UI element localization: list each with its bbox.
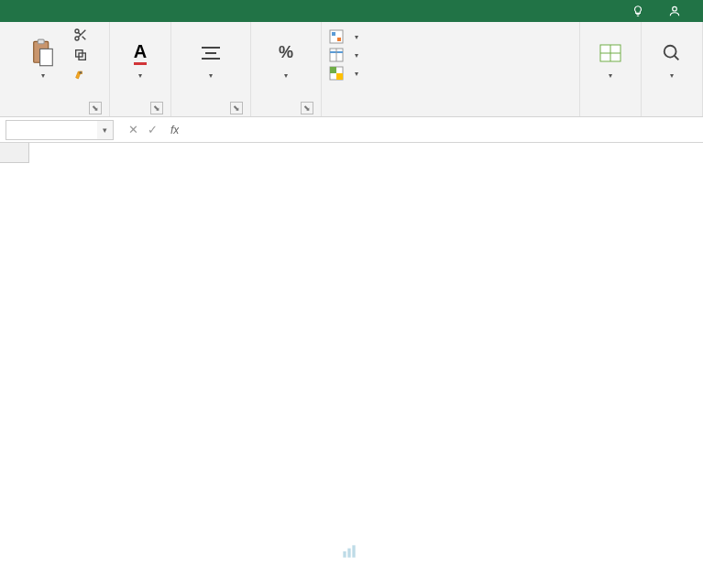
- chevron-down-icon: ▾: [355, 33, 358, 41]
- logo-icon: [340, 542, 358, 561]
- svg-point-4: [75, 29, 79, 33]
- font-dialog-launcher[interactable]: ⬊: [150, 102, 163, 114]
- magnifier-icon: [662, 43, 682, 63]
- watermark: [340, 542, 364, 561]
- share-button[interactable]: [661, 5, 692, 17]
- svg-rect-19: [330, 67, 336, 73]
- svg-rect-2: [38, 39, 44, 44]
- enter-formula-button[interactable]: ✓: [148, 123, 158, 136]
- conditional-formatting-button[interactable]: ▾: [329, 29, 572, 44]
- svg-point-5: [75, 37, 79, 40]
- svg-rect-27: [347, 549, 350, 558]
- clipboard-icon: [30, 38, 56, 68]
- svg-rect-28: [352, 545, 355, 557]
- svg-rect-26: [343, 551, 346, 558]
- brush-icon: [73, 68, 88, 82]
- alignment-button[interactable]: ▾: [179, 26, 243, 92]
- svg-line-25: [675, 55, 679, 60]
- chevron-down-icon: ▾: [284, 71, 288, 80]
- editing-button[interactable]: ▾: [649, 26, 695, 92]
- number-dialog-launcher[interactable]: ⬊: [301, 102, 313, 114]
- svg-rect-14: [337, 38, 341, 41]
- align-icon: [200, 45, 222, 61]
- svg-rect-20: [336, 73, 343, 80]
- formula-input[interactable]: [179, 120, 703, 140]
- format-painter-button[interactable]: [71, 66, 90, 84]
- cell-styles-button[interactable]: ▾: [329, 66, 572, 81]
- chevron-down-icon: ▾: [41, 71, 45, 80]
- percent-icon: %: [279, 43, 293, 62]
- svg-point-0: [673, 6, 677, 11]
- cancel-formula-button[interactable]: ✕: [128, 123, 138, 136]
- format-as-table-button[interactable]: ▾: [329, 48, 572, 62]
- select-all-corner[interactable]: [0, 143, 29, 163]
- tell-me[interactable]: [624, 5, 655, 17]
- person-icon: [668, 5, 681, 17]
- chevron-down-icon: ▾: [355, 51, 358, 60]
- fx-icon[interactable]: fx: [167, 124, 179, 136]
- paste-button[interactable]: ▾: [20, 26, 66, 92]
- name-box-dropdown[interactable]: ▾: [97, 121, 113, 139]
- chevron-down-icon: ▾: [355, 70, 358, 78]
- lightbulb-icon: [632, 5, 644, 17]
- menu-bar: [0, 0, 703, 22]
- ribbon: ▾ ⬊ A ▾ ⬊ ▾ ⬊: [0, 22, 703, 117]
- font-button[interactable]: A ▾: [117, 26, 163, 92]
- svg-point-24: [665, 45, 676, 57]
- cells-button[interactable]: ▾: [588, 26, 633, 92]
- font-color-icon: A: [134, 41, 147, 65]
- cells-icon: [599, 44, 621, 62]
- chevron-down-icon: ▾: [209, 71, 213, 80]
- cut-button[interactable]: [71, 26, 90, 44]
- chevron-down-icon: ▾: [138, 71, 142, 80]
- clipboard-dialog-launcher[interactable]: ⬊: [89, 102, 102, 114]
- scissors-icon: [73, 27, 88, 42]
- alignment-dialog-launcher[interactable]: ⬊: [230, 102, 243, 114]
- conditional-format-icon: [329, 29, 344, 44]
- svg-rect-8: [79, 71, 82, 74]
- svg-rect-3: [39, 49, 52, 65]
- chevron-down-icon: ▾: [670, 71, 674, 80]
- svg-rect-13: [332, 32, 335, 36]
- chevron-down-icon: ▾: [609, 71, 612, 80]
- copy-icon: [73, 48, 88, 62]
- table-icon: [329, 48, 344, 62]
- name-box[interactable]: ▾: [5, 120, 114, 140]
- cell-styles-icon: [329, 66, 344, 81]
- copy-button[interactable]: [71, 46, 90, 64]
- formula-bar: ▾ ✕ ✓ fx: [0, 117, 703, 143]
- number-button[interactable]: % ▾: [258, 26, 313, 92]
